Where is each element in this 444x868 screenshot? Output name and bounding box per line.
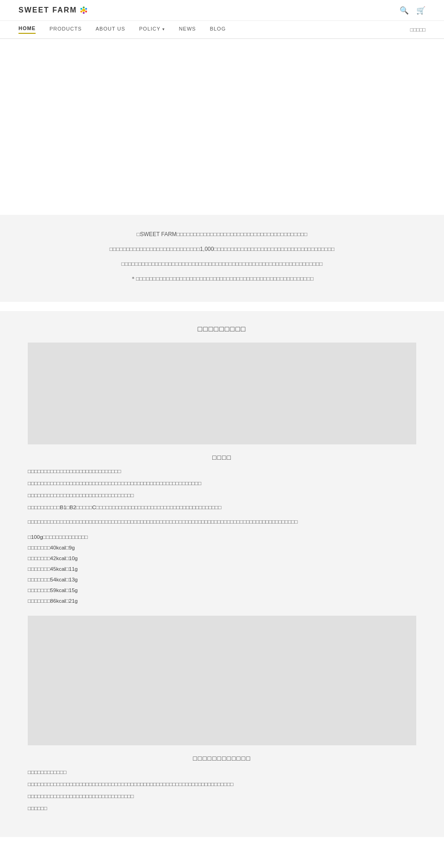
nav-home[interactable]: HOME [18,25,36,34]
info-note: ＊□□□□□□□□□□□□□□□□□□□□□□□□□□□□□□□□□□□□□□□… [37,273,407,284]
desc-line-1: □□□□□□□□□□□□□□□□□□□□□□□□□□□□□ [28,467,416,477]
info-line1: □SWEET FARM□□□□□□□□□□□□□□□□□□□□□□□□□□□□□… [37,229,407,240]
nav-products[interactable]: PRODUCTS [49,26,82,33]
section1-title: □□□□□□□□□ [28,325,416,333]
subsection1-title: □□□□ [28,454,416,461]
header: SWEET FARM 🔍 🛒 [0,0,444,21]
svg-point-6 [80,8,82,10]
extra-line: □□□□□□□□□□□□□□□□□□□□□□□□□□□□□□□□□□□□□□□□… [28,517,416,527]
desc-line-3: □□□□□□□□□□□□□□□□□□□□□□□□□□□□□□□□□ [28,491,416,501]
desc-line-2: □□□□□□□□□□□□□□□□□□□□□□□□□□□□□□□□□□□□□□□□… [28,479,416,489]
section2-line-3: □□□□□□ [28,804,416,814]
info-banner: □SWEET FARM□□□□□□□□□□□□□□□□□□□□□□□□□□□□□… [0,215,444,302]
info-line3: □□□□□□□□□□□□□□□□□□□□□□□□□□□□□□□□□□□□□□□□… [37,258,407,269]
info-line2: □□□□□□□□□□□□□□□□□□□□□□□□□□□1,000□□□□□□□□… [37,244,407,255]
svg-point-2 [85,8,87,10]
search-icon[interactable]: 🔍 [400,6,409,15]
svg-point-1 [83,6,85,8]
hero-section [0,39,444,215]
nav-blog[interactable]: BLOG [210,26,226,33]
svg-point-0 [82,9,85,12]
nutrition-item-2: □□□□□□□45kcal□11g [28,564,416,575]
nav-news[interactable]: NEWS [179,26,196,33]
logo-icon [79,6,88,15]
nutrition-item-3: □□□□□□□54kcal□13g [28,575,416,585]
section1-image-tall [28,616,416,745]
logo-text: SWEET FARM [18,6,77,14]
section-products: □□□□□□□□□ □□□□ □□□□□□□□□□□□□□□□□□□□□□□□□… [0,311,444,837]
header-icons: 🔍 🛒 [400,6,426,15]
logo[interactable]: SWEET FARM [18,6,88,15]
svg-point-5 [80,11,82,12]
section2-line-0: □□□□□□□□□□□□ [28,768,416,778]
svg-point-3 [85,11,87,12]
section2-description: □□□□□□□□□□□□ □□□□□□□□□□□□□□□□□□□□□□□□□□□… [28,768,416,813]
nutrition-list: □100g□□□□□□□□□□□□□□ □□□□□□□40kcal□9g □□□… [28,532,416,606]
section1-image [28,343,416,444]
nutrition-item-5: □□□□□□□86kcal□21g [28,596,416,606]
nav-language[interactable]: □□□□□ [410,27,426,32]
nutrition-item-4: □□□□□□□59kcal□15g [28,585,416,596]
section2-line-2: □□□□□□□□□□□□□□□□□□□□□□□□□□□□□□□□□ [28,792,416,802]
navigation: HOME PRODUCTS ABOUT US POLICY NEWS BLOG … [0,21,444,39]
nav-policy[interactable]: POLICY [139,26,165,33]
subsection2-title: □□□□□□□□□□□□ [28,755,416,762]
cart-icon[interactable]: 🛒 [416,6,426,15]
nav-about-us[interactable]: ABOUT US [96,26,125,33]
nutrition-item-0: □□□□□□□40kcal□9g [28,543,416,553]
svg-point-4 [83,12,85,14]
section2-line-1: □□□□□□□□□□□□□□□□□□□□□□□□□□□□□□□□□□□□□□□□… [28,780,416,790]
nutrition-item-1: □□□□□□□42kcal□10g [28,553,416,564]
section1-extra: □□□□□□□□□□□□□□□□□□□□□□□□□□□□□□□□□□□□□□□□… [28,517,416,527]
desc-line-4: □□□□□□□□□□B1□B2□□□□□C□□□□□□□□□□□□□□□□□□□… [28,503,416,513]
nutrition-header: □100g□□□□□□□□□□□□□□ [28,532,416,543]
section1-description: □□□□□□□□□□□□□□□□□□□□□□□□□□□□□ □□□□□□□□□□… [28,467,416,512]
